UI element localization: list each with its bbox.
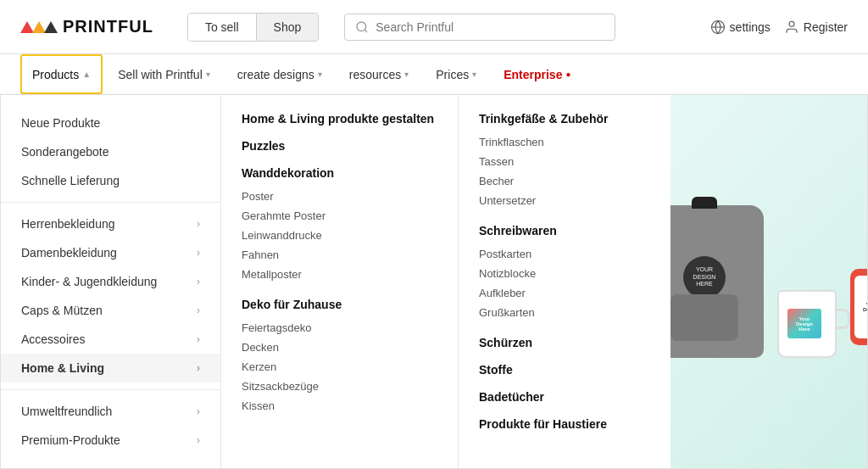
chevron-down-icon: ▲ — [82, 70, 91, 79]
shop-button[interactable]: Shop — [257, 14, 319, 41]
search-icon — [355, 20, 369, 34]
nav-item-resources[interactable]: resources ▾ — [337, 54, 420, 94]
nav-prices-label: Prices — [436, 68, 469, 81]
globe-icon — [710, 20, 726, 35]
enterprise-badge: ● — [565, 70, 570, 79]
nav-resources-label: resources — [349, 68, 401, 81]
chevron-down-icon: ▾ — [472, 70, 476, 79]
navbar: Products ▲ Sell with Printful ▾ create d… — [0, 54, 868, 95]
header-right: settings Register — [710, 20, 848, 35]
toggle-buttons: To sell Shop — [187, 13, 319, 42]
svg-line-1 — [364, 30, 367, 32]
search-bar — [344, 14, 615, 41]
chevron-down-icon: ▾ — [404, 70, 409, 79]
nav-enterprise-label: Enterprise — [504, 68, 562, 81]
nav-products-label: Products — [32, 68, 79, 81]
register-link[interactable]: Register — [784, 20, 848, 35]
nav-item-sell[interactable]: Sell with Printful ▾ — [106, 54, 222, 94]
svg-point-0 — [357, 22, 366, 31]
nav-designs-label: create designs — [237, 68, 314, 81]
svg-point-4 — [789, 21, 794, 26]
user-icon — [784, 20, 799, 35]
settings-link[interactable]: settings — [710, 20, 771, 35]
logo-icon — [20, 21, 58, 33]
nav-item-prices[interactable]: Prices ▾ — [424, 54, 488, 94]
nav-item-designs[interactable]: create designs ▾ — [225, 54, 334, 94]
nav-item-products[interactable]: Products ▲ — [20, 54, 103, 94]
logo-text: PRINTFUL — [63, 17, 153, 36]
nav-item-enterprise[interactable]: Enterprise ● — [492, 54, 582, 94]
chevron-down-icon: ▾ — [206, 70, 210, 79]
chevron-down-icon: ▾ — [318, 70, 322, 79]
settings-label: settings — [730, 20, 771, 34]
to-sell-button[interactable]: To sell — [188, 14, 256, 41]
logo[interactable]: PRINTFUL — [20, 17, 153, 36]
header: PRINTFUL To sell Shop settings — [0, 0, 868, 54]
logo-tri-dark — [44, 21, 58, 33]
nav-sell-label: Sell with Printful — [118, 68, 203, 81]
register-label: Register — [804, 20, 848, 34]
search-input[interactable] — [376, 20, 604, 34]
